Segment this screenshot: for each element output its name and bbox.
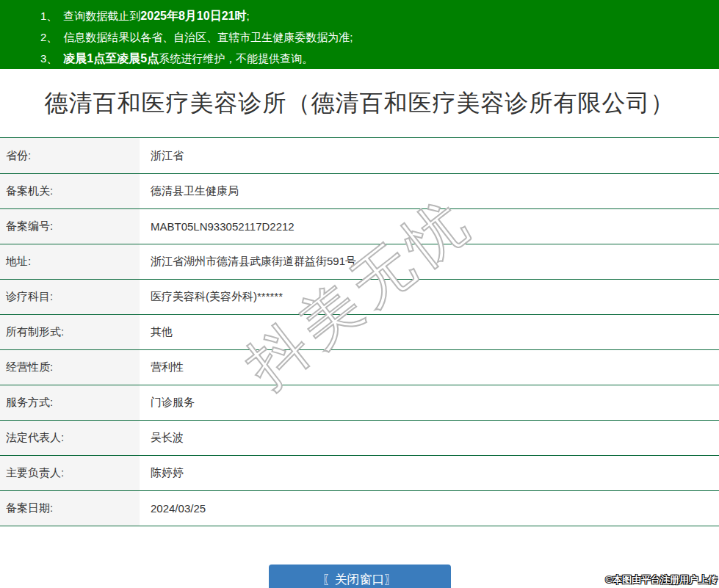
table-row-address: 地址: 浙江省湖州市德清县武康街道群益街591号: [0, 244, 719, 279]
notice-number: 3、: [40, 52, 57, 65]
notice-number: 1、: [40, 10, 57, 22]
row-value: 其他: [140, 315, 719, 349]
notice-text: 查询数据截止到: [63, 10, 140, 22]
row-label: 所有制形式:: [0, 315, 140, 349]
notice-bar: 1、查询数据截止到2025年8月10日21时; 2、信息数据结果以各省、自治区、…: [0, 0, 719, 69]
table-row-business-nature: 经营性质: 营利性: [0, 349, 719, 385]
row-label: 备案机关:: [0, 174, 140, 208]
row-label: 法定代表人:: [0, 421, 140, 455]
table-row-main-person-in-charge: 主要负责人: 陈婷婷: [0, 455, 719, 490]
row-label: 主要负责人:: [0, 456, 140, 490]
notice-line-1: 1、查询数据截止到2025年8月10日21时;: [40, 5, 719, 26]
table-row-legal-representative: 法定代表人: 吴长波: [0, 420, 719, 455]
row-value: MABT05LN933052117D2212: [140, 209, 719, 244]
notice-text-bold: 凌晨1点至凌晨5点: [63, 52, 159, 65]
row-label: 省份:: [0, 138, 140, 173]
table-row-ownership-form: 所有制形式: 其他: [0, 314, 719, 349]
notice-text: 系统进行维护，不能提供查询。: [159, 52, 313, 65]
close-window-button[interactable]: 〖关闭窗口〗: [269, 565, 451, 588]
notice-text-bold: 2025年8月10日21时: [140, 10, 246, 22]
row-value: 吴长波: [140, 421, 719, 455]
table-row-filing-authority: 备案机关: 德清县卫生健康局: [0, 173, 719, 208]
row-label: 服务方式:: [0, 385, 140, 420]
notice-line-3: 3、凌晨1点至凌晨5点系统进行维护，不能提供查询。: [40, 48, 719, 69]
table-row-filing-date: 备案日期: 2024/03/25: [0, 490, 719, 526]
row-value: 德清县卫生健康局: [140, 174, 719, 208]
row-value: 医疗美容科(美容外科)******: [140, 280, 719, 314]
table-row-province: 省份: 浙江省: [0, 138, 719, 173]
notice-text: 信息数据结果以各省、自治区、直辖市卫生健康委数据为准;: [63, 31, 353, 43]
row-label: 备案日期:: [0, 491, 140, 526]
row-label: 诊疗科目:: [0, 280, 140, 314]
row-value: 门诊服务: [140, 385, 719, 420]
table-row-service-mode: 服务方式: 门诊服务: [0, 385, 719, 420]
upload-copyright-note: ©本图由平台注册用户上传: [605, 573, 718, 587]
notice-number: 2、: [40, 31, 57, 43]
row-label: 地址:: [0, 244, 140, 279]
row-value: 浙江省: [140, 138, 719, 173]
row-value: 浙江省湖州市德清县武康街道群益街591号: [140, 244, 719, 279]
table-row-clinical-subjects: 诊疗科目: 医疗美容科(美容外科)******: [0, 279, 719, 314]
row-value: 2024/03/25: [140, 491, 719, 526]
row-value: 营利性: [140, 350, 719, 385]
registration-info-table: 省份: 浙江省 备案机关: 德清县卫生健康局 备案编号: MABT05LN933…: [0, 137, 719, 526]
notice-text: ;: [246, 10, 249, 22]
page-title: 德清百和医疗美容诊所（德清百和医疗美容诊所有限公司）: [45, 87, 675, 120]
table-row-filing-number: 备案编号: MABT05LN933052117D2212: [0, 208, 719, 244]
row-label: 备案编号:: [0, 209, 140, 244]
row-value: 陈婷婷: [140, 456, 719, 490]
notice-line-2: 2、信息数据结果以各省、自治区、直辖市卫生健康委数据为准;: [40, 26, 719, 48]
title-section: 德清百和医疗美容诊所（德清百和医疗美容诊所有限公司）: [0, 69, 719, 137]
row-label: 经营性质:: [0, 350, 140, 385]
